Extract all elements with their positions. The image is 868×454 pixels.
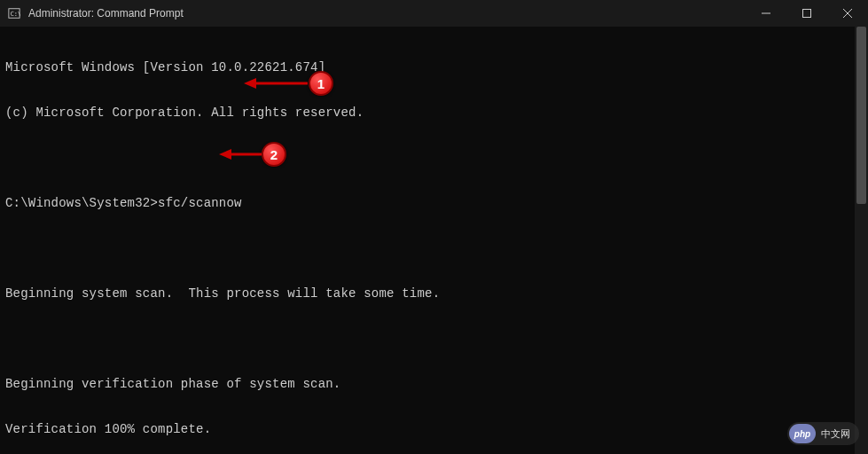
terminal-line [5, 332, 863, 347]
watermark: php 中文网 [787, 422, 859, 445]
scrollbar-thumb[interactable] [856, 27, 866, 204]
minimize-button[interactable] [746, 0, 786, 27]
watermark-text: 中文网 [821, 427, 850, 441]
scrollbar[interactable] [855, 27, 868, 454]
svg-rect-3 [803, 10, 811, 18]
window-title: Administrator: Command Prompt [28, 7, 746, 20]
window-controls [746, 0, 868, 27]
terminal-line [5, 241, 863, 256]
terminal-line: C:\Windows\System32>sfc/scannow [5, 196, 863, 211]
terminal-line: (c) Microsoft Corporation. All rights re… [5, 106, 863, 121]
close-button[interactable] [827, 0, 868, 27]
terminal-line [5, 151, 863, 166]
terminal-line: Beginning system scan. This process will… [5, 286, 863, 301]
terminal-line: Microsoft Windows [Version 10.0.22621.67… [5, 60, 863, 75]
terminal-line: Verification 100% complete. [5, 422, 863, 437]
terminal-line: Beginning verification phase of system s… [5, 377, 863, 392]
svg-text:C:\: C:\ [11, 11, 20, 18]
watermark-logo: php [789, 424, 816, 443]
terminal-output[interactable]: Microsoft Windows [Version 10.0.22621.67… [0, 27, 868, 454]
maximize-button[interactable] [786, 0, 827, 27]
cmd-icon: C:\ [7, 6, 21, 20]
titlebar[interactable]: C:\ Administrator: Command Prompt [0, 0, 868, 27]
